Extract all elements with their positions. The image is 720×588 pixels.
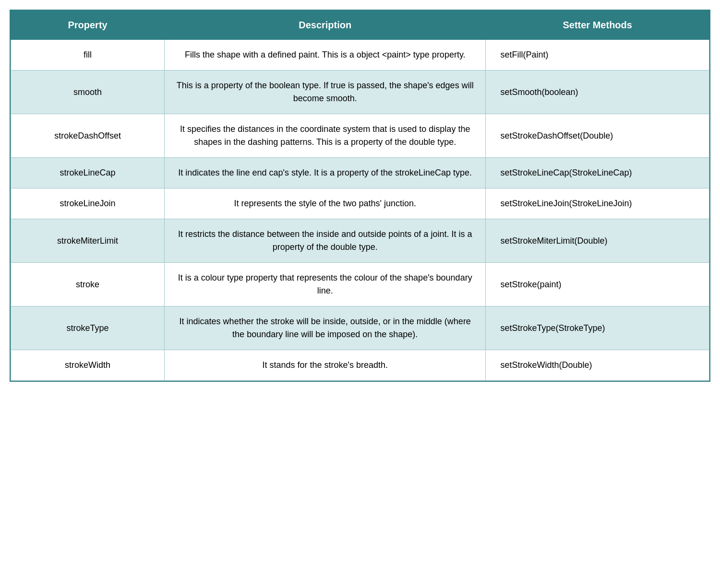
cell-description: It indicates whether the stroke will be … [165,306,486,350]
table-row: strokeMiterLimitIt restricts the distanc… [11,219,709,263]
cell-property: smooth [11,71,165,114]
cell-setter: setStrokeLineJoin(StrokeLineJoin) [486,188,709,219]
table-row: fillFills the shape with a defined paint… [11,40,709,71]
cell-setter: setStrokeWidth(Double) [486,350,709,381]
cell-setter: setStrokeMiterLimit(Double) [486,219,709,263]
cell-property: strokeWidth [11,350,165,381]
cell-description: This is a property of the boolean type. … [165,71,486,114]
header-setter: Setter Methods [486,11,709,40]
cell-description: Fills the shape with a defined paint. Th… [165,40,486,71]
cell-setter: setStroke(paint) [486,263,709,306]
cell-property: strokeLineJoin [11,188,165,219]
table-row: strokeLineCapIt indicates the line end c… [11,158,709,188]
cell-description: It is a colour type property that repres… [165,263,486,306]
header-description: Description [165,11,486,40]
cell-setter: setSmooth(boolean) [486,71,709,114]
cell-description: It indicates the line end cap's style. I… [165,158,486,188]
cell-property: stroke [11,263,165,306]
properties-table: Property Description Setter Methods fill… [11,11,709,381]
table-header-row: Property Description Setter Methods [11,11,709,40]
table-row: strokeIt is a colour type property that … [11,263,709,306]
cell-property: strokeDashOffset [11,114,165,158]
table-row: strokeLineJoinIt represents the style of… [11,188,709,219]
cell-property: strokeType [11,306,165,350]
table-row: strokeWidthIt stands for the stroke's br… [11,350,709,381]
cell-description: It restricts the distance between the in… [165,219,486,263]
cell-setter: setFill(Paint) [486,40,709,71]
cell-description: It represents the style of the two paths… [165,188,486,219]
main-table-wrapper: Property Description Setter Methods fill… [10,10,710,382]
cell-description: It stands for the stroke's breadth. [165,350,486,381]
cell-setter: setStrokeLineCap(StrokeLineCap) [486,158,709,188]
cell-property: fill [11,40,165,71]
cell-setter: setStrokeType(StrokeType) [486,306,709,350]
header-property: Property [11,11,165,40]
cell-property: strokeMiterLimit [11,219,165,263]
cell-property: strokeLineCap [11,158,165,188]
table-row: strokeDashOffsetIt specifies the distanc… [11,114,709,158]
table-row: smoothThis is a property of the boolean … [11,71,709,114]
cell-description: It specifies the distances in the coordi… [165,114,486,158]
cell-setter: setStrokeDashOffset(Double) [486,114,709,158]
table-row: strokeTypeIt indicates whether the strok… [11,306,709,350]
